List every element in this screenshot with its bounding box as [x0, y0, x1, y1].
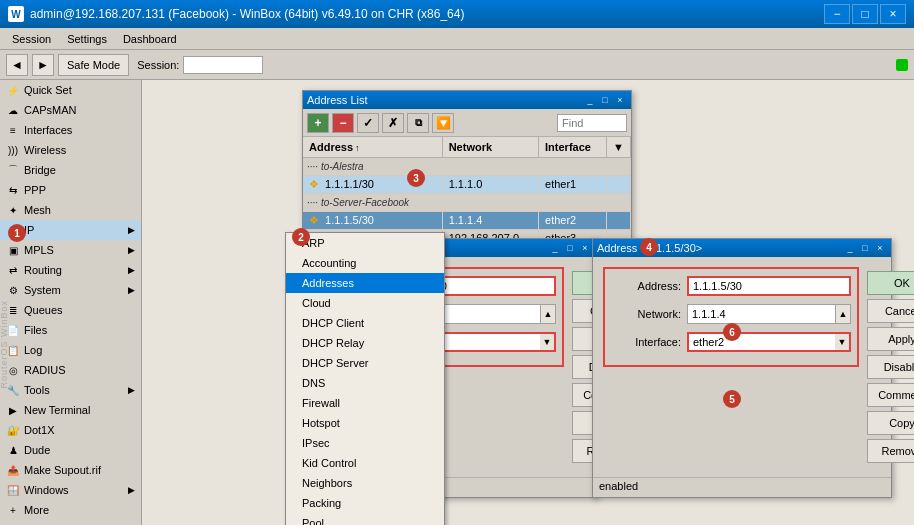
context-pool[interactable]: Pool — [286, 513, 444, 525]
iface-arrow-1[interactable]: ▼ — [540, 332, 556, 352]
sidebar-item-log[interactable]: 📋 Log — [0, 340, 141, 360]
menu-settings[interactable]: Settings — [59, 31, 115, 47]
network-input-2[interactable] — [687, 304, 835, 324]
sidebar-item-capsman[interactable]: ☁ CAPsMAN — [0, 100, 141, 120]
disable-button-2[interactable]: Disable — [867, 355, 914, 379]
workspace: Tutorial ARP Accounting Addresses Cloud … — [142, 80, 914, 525]
addr-edit-1-close[interactable]: × — [578, 241, 592, 255]
sidebar-item-files[interactable]: 📄 Files — [0, 320, 141, 340]
col-address: Address↑ — [303, 137, 442, 157]
context-dns[interactable]: DNS — [286, 373, 444, 393]
remove-button-2[interactable]: Remove — [867, 439, 914, 463]
apply-button-2[interactable]: Apply — [867, 327, 914, 351]
context-addresses[interactable]: Addresses — [286, 273, 444, 293]
badge-1: 1 — [8, 224, 26, 242]
sidebar-item-make-supout[interactable]: 📤 Make Supout.rif — [0, 460, 141, 480]
add-address-button[interactable]: + — [307, 113, 329, 133]
ppp-icon: ⇆ — [6, 183, 20, 197]
supout-icon: 📤 — [6, 463, 20, 477]
menu-session[interactable]: Session — [4, 31, 59, 47]
context-packing[interactable]: Packing — [286, 493, 444, 513]
addr-edit-1-maximize[interactable]: □ — [563, 241, 577, 255]
context-ipsec[interactable]: IPsec — [286, 433, 444, 453]
addr-edit-1-minimize[interactable]: _ — [548, 241, 562, 255]
forward-button[interactable]: ► — [32, 54, 54, 76]
address-list-titlebar: Address List _ □ × — [303, 91, 631, 109]
address-list-close[interactable]: × — [613, 93, 627, 107]
context-neighbors[interactable]: Neighbors — [286, 473, 444, 493]
sidebar-item-dude[interactable]: ♟ Dude — [0, 440, 141, 460]
maximize-button[interactable]: □ — [852, 4, 878, 24]
sidebar-item-windows[interactable]: 🪟 Windows ▶ — [0, 480, 141, 500]
sidebar: ⚡ Quick Set ☁ CAPsMAN ≡ Interfaces ))) W… — [0, 80, 142, 525]
address-row-1[interactable]: ❖ 1.1.1.1/30 1.1.1.0 ether1 — [303, 175, 631, 193]
session-input[interactable] — [183, 56, 263, 74]
safe-mode-button[interactable]: Safe Mode — [58, 54, 129, 76]
dude-icon: ♟ — [6, 443, 20, 457]
context-cloud[interactable]: Cloud — [286, 293, 444, 313]
remove-address-button[interactable]: − — [332, 113, 354, 133]
address-list-table: Address↑ Network Interface ▼ ···· to-Ale… — [303, 137, 631, 248]
network-arrow-2[interactable]: ▲ — [835, 304, 851, 324]
context-hotspot[interactable]: Hotspot — [286, 413, 444, 433]
sidebar-item-more[interactable]: + More — [0, 500, 141, 520]
copy-address-button[interactable]: ⧉ — [407, 113, 429, 133]
enable-address-button[interactable]: ✓ — [357, 113, 379, 133]
close-button[interactable]: × — [880, 4, 906, 24]
iface-arrow-2[interactable]: ▼ — [835, 332, 851, 352]
sidebar-item-new-terminal[interactable]: ▶ New Terminal — [0, 400, 141, 420]
sidebar-item-dot1x[interactable]: 🔐 Dot1X — [0, 420, 141, 440]
sidebar-item-mesh[interactable]: ✦ Mesh — [0, 200, 141, 220]
context-dhcp-client[interactable]: DHCP Client — [286, 313, 444, 333]
sidebar-item-system[interactable]: ⚙ System ▶ — [0, 280, 141, 300]
terminal-icon: ▶ — [6, 403, 20, 417]
copy-button-2[interactable]: Copy — [867, 411, 914, 435]
sidebar-item-bridge[interactable]: ⌒ Bridge — [0, 160, 141, 180]
addr-input-2[interactable] — [687, 276, 851, 296]
sidebar-item-interfaces[interactable]: ≡ Interfaces — [0, 120, 141, 140]
routing-arrow: ▶ — [128, 265, 135, 275]
row-icon: ❖ — [309, 178, 319, 190]
context-firewall[interactable]: Firewall — [286, 393, 444, 413]
group-row-facebook: ···· to-Server-Facebook — [303, 193, 631, 211]
address-list-minimize[interactable]: _ — [583, 93, 597, 107]
addr-form-row-address-2: Address: — [611, 275, 851, 297]
disable-address-button[interactable]: ✗ — [382, 113, 404, 133]
context-accounting[interactable]: Accounting — [286, 253, 444, 273]
sidebar-item-ppp[interactable]: ⇆ PPP — [0, 180, 141, 200]
sidebar-item-wireless[interactable]: ))) Wireless — [0, 140, 141, 160]
ok-button-2[interactable]: OK — [867, 271, 914, 295]
app-icon: W — [8, 6, 24, 22]
cancel-button-2[interactable]: Cancel — [867, 299, 914, 323]
sidebar-item-routing[interactable]: ⇄ Routing ▶ — [0, 260, 141, 280]
windows-icon: 🪟 — [6, 483, 20, 497]
col-dropdown[interactable]: ▼ — [607, 137, 631, 157]
addr-edit-2-minimize[interactable]: _ — [843, 241, 857, 255]
sidebar-item-radius[interactable]: ◎ RADIUS — [0, 360, 141, 380]
addr-edit-2-maximize[interactable]: □ — [858, 241, 872, 255]
more-icon: + — [6, 503, 20, 517]
back-button[interactable]: ◄ — [6, 54, 28, 76]
minimize-button[interactable]: − — [824, 4, 850, 24]
sidebar-item-mpls[interactable]: ▣ MPLS ▶ — [0, 240, 141, 260]
context-dhcp-server[interactable]: DHCP Server — [286, 353, 444, 373]
address-list-maximize[interactable]: □ — [598, 93, 612, 107]
session-label: Session: — [137, 59, 179, 71]
context-dhcp-relay[interactable]: DHCP Relay — [286, 333, 444, 353]
connection-indicator — [896, 59, 908, 71]
address-row-2[interactable]: ❖ 1.1.1.5/30 1.1.1.4 ether2 — [303, 211, 631, 229]
badge-4: 4 — [640, 238, 658, 256]
filter-address-button[interactable]: 🔽 — [432, 113, 454, 133]
sidebar-item-queues[interactable]: ≣ Queues — [0, 300, 141, 320]
addr-edit-2-close[interactable]: × — [873, 241, 887, 255]
menu-dashboard[interactable]: Dashboard — [115, 31, 185, 47]
sidebar-item-quick-set[interactable]: ⚡ Quick Set — [0, 80, 141, 100]
context-kid-control[interactable]: Kid Control — [286, 453, 444, 473]
network-arrow-1[interactable]: ▲ — [540, 304, 556, 324]
iface-input-2[interactable] — [687, 332, 835, 352]
network-label-2: Network: — [611, 308, 681, 320]
capsman-icon: ☁ — [6, 103, 20, 117]
sidebar-item-tools[interactable]: 🔧 Tools ▶ — [0, 380, 141, 400]
find-input[interactable] — [557, 114, 627, 132]
comment-button-2[interactable]: Comment — [867, 383, 914, 407]
